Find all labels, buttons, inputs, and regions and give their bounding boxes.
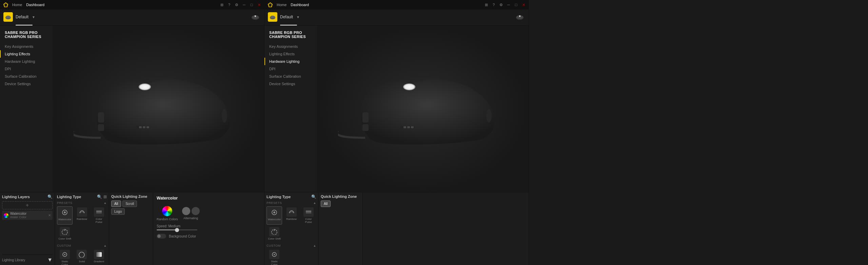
lighting-type-search-icon-right[interactable]: 🔍 [311,194,316,199]
colorpulse-icon-svg [96,209,102,215]
tab-indicator-row-left [0,24,264,25]
preset-colorpulse-left[interactable]: Color Pulse [91,206,107,225]
right-window: Home Dashboard ⊞ ? ⚙ ─ □ ✕ Default ▼ [264,0,529,265]
profile-name-left: Default [16,15,28,19]
nav-lighting-effects-left[interactable]: Lighting Effects [0,50,53,58]
custom-solid-left[interactable]: Solid [74,249,90,265]
mouse-svg-right [338,72,508,146]
nav-lighting-effects-right[interactable]: Lighting Effects [264,50,317,58]
nav-dpi-right[interactable]: DPI [264,65,317,73]
watercolor-icon-svg [61,209,68,215]
maximize-icon-right[interactable]: □ [514,2,518,7]
layer-item-watercolor[interactable]: Watercolor Water Color ✕ [2,211,53,220]
close-icon-right[interactable]: ✕ [521,2,526,7]
minimize-icon-left[interactable]: ─ [242,2,246,7]
help-icon-right[interactable]: ? [491,2,496,7]
title-bar-right-left-section: Home Dashboard [267,2,309,8]
custom-label-right: CUSTOM [267,244,281,247]
nav-key-assignments-left[interactable]: Key Assignments [0,43,53,50]
maximize-icon-left[interactable]: □ [249,2,254,7]
nav-device-settings-left[interactable]: Device Settings [0,80,53,88]
preset-watercolor-label-left: Watercolor [58,218,71,221]
help-icon-left[interactable]: ? [227,2,232,7]
nav-dashboard-left[interactable]: Dashboard [26,3,44,7]
svg-rect-40 [407,126,410,128]
nav-dpi-left[interactable]: DPI [0,65,53,73]
bottom-panel-left: Lighting Layers 🔍 + Watercolor Water Col… [0,192,264,265]
profile-row-left: Default ▼ [0,10,264,24]
nav-surface-calibration-left[interactable]: Surface Calibration [0,73,53,80]
color-circle-gray2-left [192,207,200,215]
custom-static-color-left[interactable]: Static Color [57,249,73,265]
custom-collapse-icon-right[interactable]: ▲ [313,244,316,247]
nav-device-settings-right[interactable]: Device Settings [264,80,317,88]
bottom-panel-right: Lighting Type 🔍 PRESETS ▲ Watercolor [264,192,529,265]
grid-icon-right[interactable]: ⊞ [484,2,489,7]
title-bar-left-section: Home Dashboard [3,2,44,8]
mouse-display-right [317,26,529,192]
svg-rect-39 [403,126,406,128]
presets-collapse-icon[interactable]: ▲ [104,201,107,205]
zone-btn-all-right[interactable]: All [321,201,331,207]
svg-point-18 [64,211,66,213]
custom-solid-icon-left [77,250,87,259]
preset-watercolor-left[interactable]: Watercolor [57,206,73,225]
profile-dropdown-left[interactable]: ▼ [32,15,35,19]
grid-icon-left[interactable]: ⊞ [219,2,224,7]
preset-rainbow-right[interactable]: Rainbow [283,206,299,225]
settings-icon-right[interactable]: ⚙ [499,2,504,7]
custom-static-label-right: Static Color [268,260,281,265]
title-bar-right: Home Dashboard ⊞ ? ⚙ ─ □ ✕ [264,0,529,10]
settings-icon-left[interactable]: ⚙ [234,2,239,7]
nav-home-right[interactable]: Home [277,3,287,7]
close-icon-left[interactable]: ✕ [257,2,261,7]
profile-icon-left [3,12,13,22]
nav-hardware-lighting-right[interactable]: Hardware Lighting [264,58,317,65]
nav-surface-calibration-right[interactable]: Surface Calibration [264,73,317,80]
nav-home-left[interactable]: Home [12,3,22,7]
preset-rainbow-icon-right [287,207,297,217]
rainbow-icon-svg-right [288,209,295,215]
quick-zone-header-right: Quick Lighting Zone [321,194,360,198]
preset-colorpulse-right[interactable]: Color Pulse [301,206,316,225]
title-bar-left: Home Dashboard ⊞ ? ⚙ ─ □ ✕ [0,0,264,10]
custom-static-color-right[interactable]: Static Color [267,249,282,265]
speed-slider-left[interactable] [157,229,197,230]
color-option-alternating-left[interactable]: Alternating [182,207,200,220]
layers-search-icon[interactable]: 🔍 [47,194,53,199]
layer-item-color-icon [4,213,8,218]
color-option-rainbow-left[interactable]: Random Colors [157,206,178,221]
profile-dropdown-right[interactable]: ▼ [296,15,300,19]
bg-color-label-left: Background Color [169,234,196,238]
layer-item-close-icon[interactable]: ✕ [48,213,51,217]
nav-key-assignments-right[interactable]: Key Assignments [264,43,317,50]
main-content-left: SABRE RGB PRO CHAMPION SERIES Key Assign… [0,26,264,192]
preset-watercolor-right[interactable]: Watercolor [267,206,282,225]
custom-collapse-icon-left[interactable]: ▲ [104,244,107,247]
quick-zone-title-left: Quick Lighting Zone [111,194,147,198]
svg-rect-25 [96,252,102,257]
bg-color-toggle-left[interactable] [157,234,166,239]
add-layer-button[interactable]: + [2,201,53,209]
presets-label-right: PRESETS [267,201,282,205]
nav-hardware-lighting-left[interactable]: Hardware Lighting [0,58,53,65]
preset-colorshift-left[interactable]: Color Shift [57,226,73,241]
preset-watercolor-icon-left [60,208,70,217]
nav-dashboard-right[interactable]: Dashboard [291,3,309,7]
zone-btn-all-left[interactable]: All [111,201,121,207]
library-dropdown-icon[interactable]: ▼ [47,257,53,263]
zone-btn-logo-left[interactable]: Logo [111,208,125,215]
minimize-icon-right[interactable]: ─ [506,2,511,7]
svg-rect-36 [362,112,369,122]
preset-colorshift-right[interactable]: Color Shift [267,226,282,241]
left-window: Home Dashboard ⊞ ? ⚙ ─ □ ✕ Default ▼ [0,0,264,265]
sidebar-nav-left: SABRE RGB PRO CHAMPION SERIES Key Assign… [0,26,53,192]
preset-rainbow-left[interactable]: Rainbow [74,206,90,225]
quick-zone-header-left: Quick Lighting Zone [111,194,151,198]
profile-bar-right: Default ▼ [264,10,529,26]
lighting-type-expand-icon[interactable]: ⊞ [103,194,107,199]
lighting-type-search-icon[interactable]: 🔍 [97,194,102,199]
presets-collapse-icon-right[interactable]: ▲ [313,201,316,205]
zone-btn-scroll-left[interactable]: Scroll [122,201,137,207]
custom-gradient-left[interactable]: Gradient [91,249,107,265]
